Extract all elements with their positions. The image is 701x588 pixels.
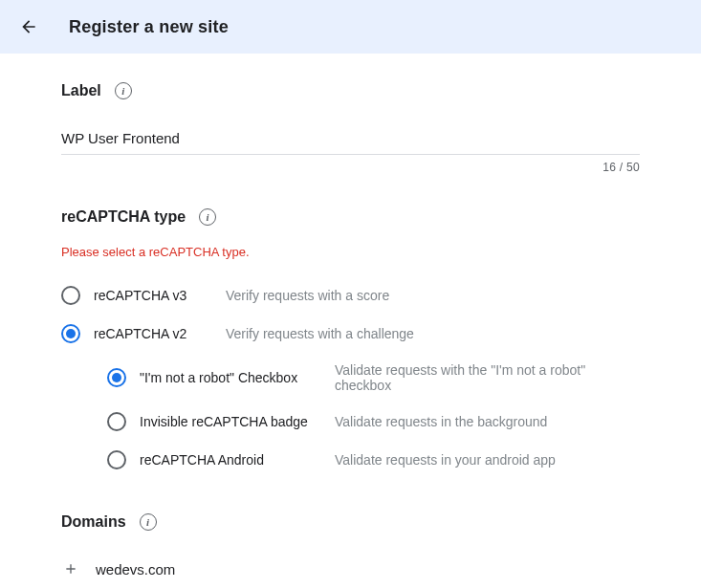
page-header: Register a new site — [0, 0, 701, 54]
radio-icon — [107, 368, 126, 387]
radio-label: reCAPTCHA v3 — [94, 288, 212, 303]
label-header: Label i — [61, 82, 640, 99]
radio-icon — [107, 450, 126, 469]
domain-row: wedevs.com — [61, 550, 640, 588]
plus-icon[interactable] — [61, 559, 80, 578]
domains-section: Domains i wedevs.com — [61, 513, 640, 588]
content: Label i 16 / 50 reCAPTCHA type i Please … — [0, 54, 701, 588]
radio-label: Invisible reCAPTCHA badge — [140, 414, 321, 429]
radio-icon — [107, 412, 126, 431]
radio-desc: Validate requests with the "I'm not a ro… — [335, 362, 640, 393]
radio-desc: Verify requests with a score — [226, 288, 389, 303]
radio-label: reCAPTCHA Android — [140, 452, 321, 468]
label-input[interactable] — [61, 130, 640, 146]
radio-desc: Validate requests in the background — [335, 414, 547, 429]
char-count: 16 / 50 — [61, 161, 640, 174]
info-icon[interactable]: i — [115, 82, 132, 99]
page-title: Register a new site — [69, 17, 229, 37]
info-icon[interactable]: i — [199, 208, 216, 226]
domains-header: Domains i — [61, 513, 640, 531]
radio-invisible[interactable]: Invisible reCAPTCHA badge Validate reque… — [61, 403, 640, 441]
type-section: reCAPTCHA type i Please select a reCAPTC… — [61, 208, 640, 479]
radio-desc: Verify requests with a challenge — [226, 326, 414, 341]
info-icon[interactable]: i — [140, 513, 157, 531]
type-header: reCAPTCHA type i — [61, 208, 640, 226]
label-section: Label i 16 / 50 — [61, 82, 640, 174]
radio-checkbox[interactable]: "I'm not a robot" Checkbox Validate requ… — [61, 353, 640, 403]
domains-title: Domains — [61, 513, 126, 531]
radio-desc: Validate requests in your android app — [335, 452, 556, 468]
radio-v3[interactable]: reCAPTCHA v3 Verify requests with a scor… — [61, 276, 640, 315]
back-arrow-icon[interactable] — [17, 15, 40, 38]
radio-list: reCAPTCHA v3 Verify requests with a scor… — [61, 276, 640, 479]
radio-icon — [61, 286, 80, 305]
radio-label: "I'm not a robot" Checkbox — [140, 370, 321, 385]
type-error: Please select a reCAPTCHA type. — [61, 245, 640, 259]
domain-text[interactable]: wedevs.com — [96, 561, 175, 577]
type-title: reCAPTCHA type — [61, 208, 186, 226]
label-input-row — [61, 124, 640, 155]
label-title: Label — [61, 82, 101, 99]
radio-label: reCAPTCHA v2 — [94, 326, 212, 341]
radio-android[interactable]: reCAPTCHA Android Validate requests in y… — [61, 441, 640, 479]
radio-icon — [61, 324, 80, 343]
radio-v2[interactable]: reCAPTCHA v2 Verify requests with a chal… — [61, 315, 640, 353]
